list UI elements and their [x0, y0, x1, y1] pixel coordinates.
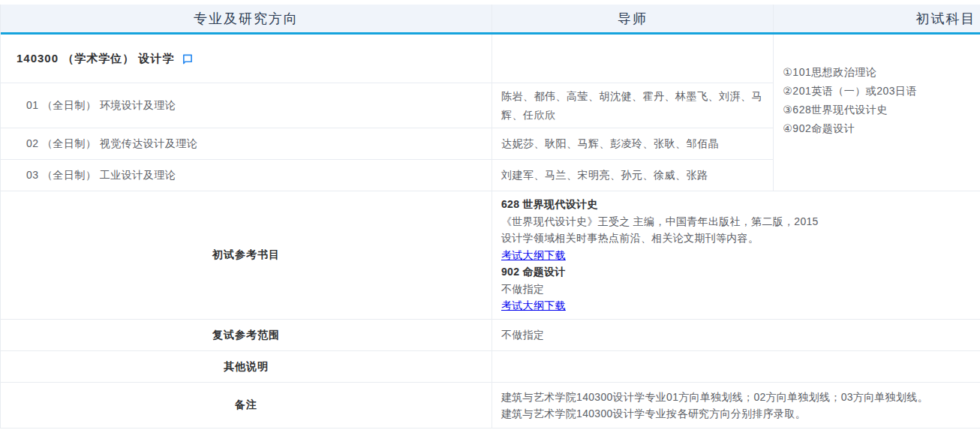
header-exam-column: 初试科目 [774, 5, 980, 32]
exam-outline-download-link[interactable]: 考试大纲下载 [501, 247, 566, 264]
remark-content: 建筑与艺术学院140300设计学专业01方向单独划线；02方向单独划线；03方向… [492, 383, 980, 428]
direction-advisors: 陈岩、都伟、高莹、胡沈健、霍丹、林墨飞、刘湃、马辉、任欣欣 [492, 83, 774, 128]
reference-books-content: 628 世界现代设计史 《世界现代设计史》王受之 主编，中国青年出版社，第二版，… [492, 191, 980, 319]
remark-line: 建筑与艺术学院140300设计学专业01方向单独划线；02方向单独划线；03方向… [501, 389, 980, 406]
admissions-page: 专业及研究方向 导师 初试科目 140300 （学术学位） 设计学 [0, 0, 980, 433]
table-header-row: 专业及研究方向 导师 初试科目 [1, 5, 980, 35]
direction-row: 01 （全日制） 环境设计及理论 陈岩、都伟、高莹、胡沈健、霍丹、林墨飞、刘湃、… [1, 83, 774, 128]
remark-row: 备注 建筑与艺术学院140300设计学专业01方向单独划线；02方向单独划线；0… [1, 383, 980, 428]
reference-line: 设计学领域相关时事热点前沿、相关论文期刊等内容。 [501, 230, 980, 247]
program-section: 140300 （学术学位） 设计学 01 （全日制） 环境设计及理论 陈岩、都伟… [1, 35, 980, 191]
direction-advisors: 达妮莎、耿阳、马辉、彭凌玲、张耿、邹佰晶 [492, 128, 774, 159]
reference-books-label: 初试参考书目 [1, 191, 492, 319]
direction-name: 02 （全日制） 视觉传达设计及理论 [1, 128, 492, 159]
retest-scope-row: 复试参考范围 不做指定 [1, 320, 980, 351]
header-major-column: 专业及研究方向 [1, 5, 492, 32]
remark-line: 建筑与艺术学院140300设计学专业按各研究方向分别排序录取。 [501, 405, 980, 422]
remark-label: 备注 [1, 383, 492, 428]
exam-subjects-cell: ①101思想政治理论 ②201英语（一）或203日语 ③628世界现代设计史 ④… [774, 35, 980, 191]
retest-scope-label: 复试参考范围 [1, 320, 492, 350]
direction-advisors: 刘建军、马兰、宋明亮、孙元、徐威、张路 [492, 160, 774, 191]
program-title-cell: 140300 （学术学位） 设计学 [1, 35, 492, 83]
reference-books-row: 初试参考书目 628 世界现代设计史 《世界现代设计史》王受之 主编，中国青年出… [1, 191, 980, 320]
program-row: 140300 （学术学位） 设计学 [1, 35, 774, 83]
exam-outline-download-link[interactable]: 考试大纲下载 [501, 297, 566, 314]
direction-row: 02 （全日制） 视觉传达设计及理论 达妮莎、耿阳、马辉、彭凌玲、张耿、邹佰晶 [1, 128, 774, 160]
other-notes-label: 其他说明 [1, 351, 492, 382]
retest-scope-content: 不做指定 [492, 320, 980, 350]
program-section-left: 140300 （学术学位） 设计学 01 （全日制） 环境设计及理论 陈岩、都伟… [1, 35, 774, 191]
reference-line: 不做指定 [501, 281, 980, 298]
exam-subject-line: ②201英语（一）或203日语 [783, 82, 980, 101]
reference-line: 《世界现代设计史》王受之 主编，中国青年出版社，第二版，2015 [501, 213, 980, 230]
program-advisor-empty-cell [492, 35, 774, 83]
exam-subject-line: ③628世界现代设计史 [783, 101, 980, 119]
direction-name: 01 （全日制） 环境设计及理论 [1, 83, 492, 128]
reference-line: 902 命题设计 [501, 263, 980, 281]
exam-subject-line: ④902命题设计 [783, 119, 980, 138]
direction-row: 03 （全日制） 工业设计及理论 刘建军、马兰、宋明亮、孙元、徐威、张路 [1, 160, 774, 191]
exam-subject-line: ①101思想政治理论 [783, 63, 980, 82]
other-notes-content [492, 351, 980, 382]
header-advisor-column: 导师 [492, 5, 774, 32]
comment-bubble-icon[interactable] [182, 53, 193, 65]
direction-name: 03 （全日制） 工业设计及理论 [1, 160, 492, 191]
admissions-table: 专业及研究方向 导师 初试科目 140300 （学术学位） 设计学 [0, 5, 980, 428]
reference-line: 628 世界现代设计史 [501, 196, 980, 213]
other-notes-row: 其他说明 [1, 351, 980, 383]
program-title: 140300 （学术学位） 设计学 [17, 52, 174, 66]
